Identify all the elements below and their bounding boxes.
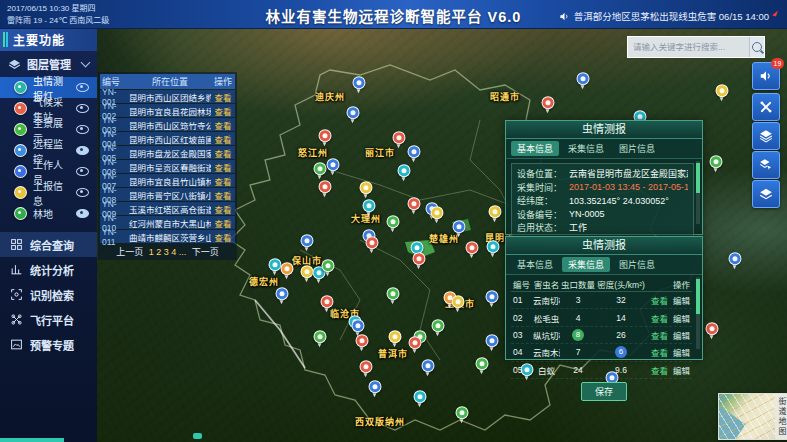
map-marker[interactable] xyxy=(476,357,489,370)
pest-edit-link[interactable]: 编辑 xyxy=(673,314,690,324)
visibility-eye-icon[interactable] xyxy=(76,83,89,92)
visibility-eye-icon[interactable] xyxy=(76,167,89,176)
sidebar-item-飞行平台[interactable]: 飞行平台 xyxy=(0,307,97,332)
device-view-link[interactable]: 查看 xyxy=(211,161,235,173)
map-marker[interactable] xyxy=(314,330,327,343)
map-marker[interactable] xyxy=(577,72,590,85)
map-marker[interactable] xyxy=(486,290,499,303)
map-marker[interactable] xyxy=(409,336,422,349)
visibility-eye-icon[interactable] xyxy=(76,104,89,113)
layers-tool-button[interactable] xyxy=(752,122,780,150)
map-marker[interactable] xyxy=(729,252,742,265)
map-marker[interactable] xyxy=(319,180,332,193)
tab-图片信息[interactable]: 图片信息 xyxy=(613,141,661,156)
map-marker[interactable] xyxy=(542,96,555,109)
sidebar-item-统计分析[interactable]: 统计分析 xyxy=(0,257,97,282)
visibility-eye-icon[interactable] xyxy=(76,125,89,134)
prev-page-link[interactable]: 上一页 xyxy=(116,247,143,257)
page-numbers[interactable]: 1 2 3 4 ... xyxy=(149,247,187,257)
map-marker[interactable] xyxy=(314,162,327,175)
map-marker[interactable] xyxy=(453,220,466,233)
map-marker[interactable] xyxy=(366,236,379,249)
device-view-link[interactable]: 查看 xyxy=(211,133,235,145)
device-view-link[interactable]: 查看 xyxy=(211,231,235,243)
minimap-switcher[interactable]: 街道地图 xyxy=(718,393,787,440)
map-marker[interactable] xyxy=(369,380,382,393)
sidebar-item-综合查询[interactable]: 综合查询 xyxy=(0,232,97,257)
map-marker[interactable] xyxy=(706,322,719,335)
map-marker[interactable] xyxy=(321,295,334,308)
map-marker[interactable] xyxy=(456,406,469,419)
scrollbar[interactable] xyxy=(696,161,700,224)
tab-采集信息[interactable]: 采集信息 xyxy=(562,257,610,272)
map-marker[interactable] xyxy=(356,334,369,347)
next-page-link[interactable]: 下一页 xyxy=(192,247,219,257)
device-view-link[interactable]: 查看 xyxy=(211,189,235,201)
map-marker[interactable] xyxy=(301,234,314,247)
map-marker[interactable] xyxy=(432,319,445,332)
map-marker[interactable] xyxy=(363,199,376,212)
map-marker[interactable] xyxy=(422,359,435,372)
map-marker[interactable] xyxy=(716,84,729,97)
scrollbar[interactable] xyxy=(696,277,700,349)
device-view-link[interactable]: 查看 xyxy=(211,217,235,229)
announcement-bar[interactable]: 普洱部分地区思茅松出现线虫危害 06/15 14:00 xyxy=(559,9,777,23)
pest-view-link[interactable]: 查看 xyxy=(651,314,668,324)
map-marker[interactable] xyxy=(360,181,373,194)
map-marker[interactable] xyxy=(387,215,400,228)
map-marker[interactable] xyxy=(408,145,421,158)
device-view-link[interactable]: 查看 xyxy=(211,119,235,131)
map-marker[interactable] xyxy=(487,240,500,253)
device-view-link[interactable]: 查看 xyxy=(211,175,235,187)
map-marker[interactable] xyxy=(389,330,402,343)
map-marker[interactable] xyxy=(276,287,289,300)
map-marker[interactable] xyxy=(352,319,365,332)
sidebar-item-上报信息[interactable]: 上报信息 xyxy=(0,182,97,203)
tab-图片信息[interactable]: 图片信息 xyxy=(613,257,661,272)
map-marker[interactable] xyxy=(353,76,366,89)
map-marker[interactable] xyxy=(710,155,723,168)
sidebar-item-识别检索[interactable]: 识别检索 xyxy=(0,282,97,307)
map-marker[interactable] xyxy=(408,197,421,210)
map-marker[interactable] xyxy=(281,262,294,275)
map-marker[interactable] xyxy=(347,106,360,119)
map-marker[interactable] xyxy=(393,131,406,144)
tab-采集信息[interactable]: 采集信息 xyxy=(562,141,610,156)
map-marker[interactable] xyxy=(414,390,427,403)
map-marker[interactable] xyxy=(452,295,465,308)
pest-edit-link[interactable]: 编辑 xyxy=(673,296,690,306)
visibility-eye-icon[interactable] xyxy=(76,209,89,218)
visibility-eye-icon[interactable] xyxy=(76,146,89,155)
map-marker[interactable] xyxy=(327,158,340,171)
sidebar-item-林地[interactable]: 林地 xyxy=(0,203,97,224)
device-view-link[interactable]: 查看 xyxy=(211,105,235,117)
save-button[interactable]: 保存 xyxy=(581,382,627,401)
search-input[interactable] xyxy=(628,37,749,57)
broadcast-tool-button[interactable]: 19 xyxy=(752,62,780,90)
pest-edit-link[interactable]: 编辑 xyxy=(673,348,690,358)
map-marker[interactable] xyxy=(489,205,502,218)
pest-view-link[interactable]: 查看 xyxy=(651,348,668,358)
map-marker[interactable] xyxy=(387,287,400,300)
measure-tools-button[interactable] xyxy=(752,93,780,121)
pest-edit-link[interactable]: 编辑 xyxy=(673,366,690,376)
pest-view-link[interactable]: 查看 xyxy=(651,366,668,376)
map-marker[interactable] xyxy=(466,241,479,254)
pest-view-link[interactable]: 查看 xyxy=(651,331,668,341)
search-button[interactable] xyxy=(749,37,764,57)
tab-基本信息[interactable]: 基本信息 xyxy=(511,141,559,156)
layer-select-tool-button[interactable] xyxy=(752,151,780,179)
map-marker[interactable] xyxy=(360,360,373,373)
device-view-link[interactable]: 查看 xyxy=(211,91,235,103)
map-marker[interactable] xyxy=(431,206,444,219)
device-view-link[interactable]: 查看 xyxy=(211,203,235,215)
tab-基本信息[interactable]: 基本信息 xyxy=(511,257,559,272)
basemap-tool-button[interactable] xyxy=(752,180,780,208)
map-marker[interactable] xyxy=(322,259,335,272)
pest-edit-link[interactable]: 编辑 xyxy=(673,331,690,341)
map-marker[interactable] xyxy=(486,334,499,347)
device-view-link[interactable]: 查看 xyxy=(211,147,235,159)
map-marker[interactable] xyxy=(413,252,426,265)
pest-view-link[interactable]: 查看 xyxy=(651,296,668,306)
visibility-eye-icon[interactable] xyxy=(76,188,89,197)
